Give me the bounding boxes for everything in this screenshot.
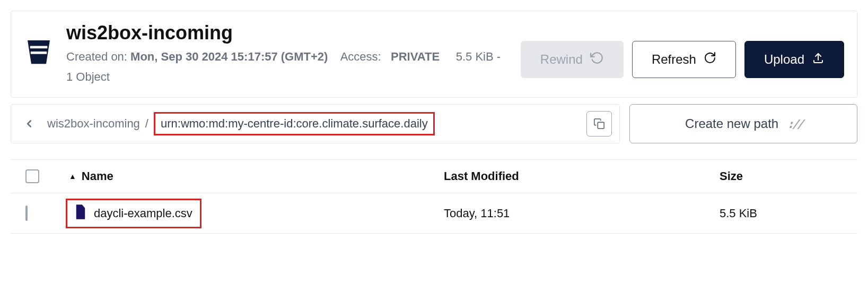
column-size[interactable]: Size [720, 169, 857, 183]
refresh-label: Refresh [652, 52, 696, 67]
breadcrumb: wis2box-incoming / urn:wmo:md:my-centre-… [47, 112, 579, 135]
upload-icon [812, 52, 825, 67]
bucket-size: 5.5 KiB [456, 50, 494, 63]
bucket-title: wis2box-incoming [66, 22, 510, 44]
back-button[interactable] [19, 113, 40, 134]
table-header: ▲ Name Last Modified Size [11, 159, 857, 193]
svg-rect-1 [31, 52, 47, 54]
breadcrumb-root[interactable]: wis2box-incoming [47, 117, 140, 131]
file-size: 5.5 KiB [720, 207, 857, 220]
upload-button[interactable]: Upload [744, 41, 844, 78]
breadcrumb-separator: / [145, 117, 148, 131]
select-all-checkbox[interactable] [25, 169, 39, 183]
object-count: 1 Object [66, 70, 110, 83]
column-size-label: Size [720, 169, 743, 183]
bucket-meta: Created on: Mon, Sep 30 2024 15:17:57 (G… [66, 47, 510, 87]
column-last-modified[interactable]: Last Modified [444, 169, 720, 183]
file-last-modified: Today, 11:51 [444, 207, 720, 220]
upload-label: Upload [764, 52, 804, 67]
column-name[interactable]: ▲ Name [69, 169, 444, 183]
sort-asc-icon: ▲ [69, 172, 76, 181]
svg-rect-3 [598, 122, 604, 129]
file-icon [75, 204, 86, 223]
copy-icon [593, 118, 605, 130]
created-label: Created on: [66, 50, 127, 63]
bucket-icon [24, 37, 54, 66]
chevron-left-icon [23, 118, 35, 130]
access-label: Access: [340, 50, 381, 63]
rewind-label: Rewind [540, 52, 583, 67]
column-last-modified-label: Last Modified [444, 169, 519, 183]
row-checkbox[interactable] [25, 206, 28, 221]
column-name-label: Name [82, 169, 113, 183]
table-row[interactable]: daycli-example.csv Today, 11:51 5.5 KiB [11, 193, 857, 234]
copy-path-button[interactable] [586, 111, 612, 136]
access-value: PRIVATE [391, 50, 440, 63]
breadcrumb-current: urn:wmo:md:my-centre-id:core.climate.sur… [154, 112, 435, 135]
create-path-label: Create new path [685, 116, 778, 131]
path-slash-icon: :// [787, 117, 802, 131]
bucket-header: wis2box-incoming Created on: Mon, Sep 30… [11, 11, 857, 98]
refresh-button[interactable]: Refresh [632, 41, 736, 78]
rewind-icon [590, 51, 604, 68]
created-value: Mon, Sep 30 2024 15:17:57 (GMT+2) [130, 50, 328, 63]
path-bar: wis2box-incoming / urn:wmo:md:my-centre-… [11, 104, 620, 143]
refresh-icon [704, 52, 716, 67]
create-new-path-button[interactable]: Create new path :// [629, 104, 857, 143]
objects-table: ▲ Name Last Modified Size [11, 159, 857, 234]
file-name-cell[interactable]: daycli-example.csv [66, 199, 201, 228]
rewind-button: Rewind [521, 41, 624, 78]
svg-rect-0 [30, 46, 48, 49]
file-name: daycli-example.csv [94, 207, 192, 220]
